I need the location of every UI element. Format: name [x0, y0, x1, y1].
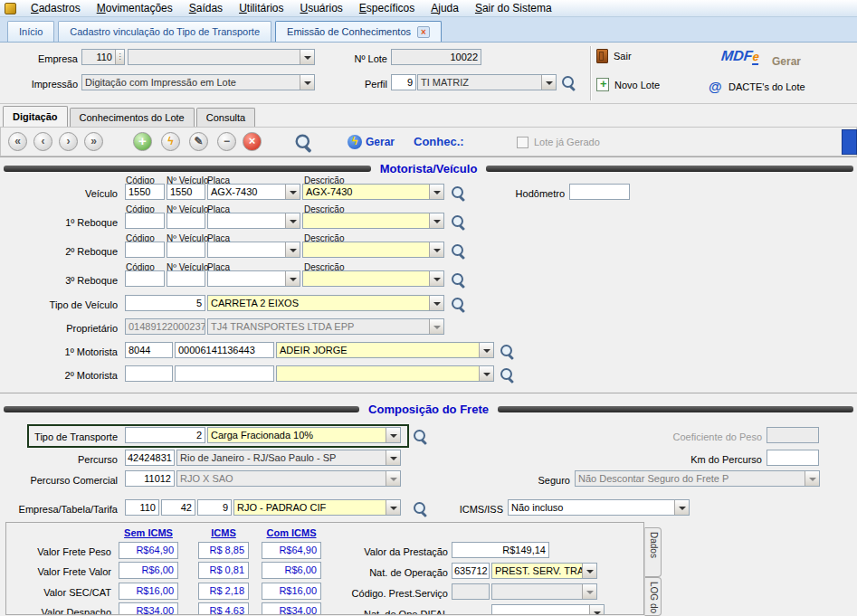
cancel-x-button[interactable] — [243, 132, 262, 151]
gerar-button[interactable]: Gerar — [366, 136, 395, 148]
post-lightning-button[interactable] — [161, 132, 180, 151]
km-percurso-field[interactable] — [767, 450, 819, 466]
reboque3-search-icon[interactable] — [451, 272, 466, 288]
subtab-conhecimentos-do-lote[interactable]: Conhecimentos do Lote — [70, 108, 195, 127]
subtab-digitacao[interactable]: Digitação — [3, 106, 68, 127]
lote-field[interactable]: 10022 — [391, 49, 481, 65]
menu-sair-do-sistema[interactable]: Sair do Sistema — [467, 0, 560, 16]
percurso-comercial-codigo-field[interactable]: 11012 — [125, 470, 175, 487]
tipo-transporte-codigo-field[interactable]: 2 — [125, 427, 205, 443]
tab-emissao-conhecimentos[interactable]: Emissão de Conhecimentos — [275, 21, 442, 42]
tipo-veiculo-combo[interactable]: CARRETA 2 EIXOS — [207, 295, 444, 311]
nat-ope-difal-combo[interactable] — [491, 604, 605, 615]
tipo-transporte-combo[interactable]: Carga Fracionada 10% — [207, 427, 401, 443]
tarifa-empresa-field[interactable]: 110 — [125, 499, 159, 516]
veiculo-codigo-field[interactable]: 1550 — [125, 184, 165, 200]
menu-usuarios[interactable]: Usuários — [291, 0, 350, 16]
dropdown-button[interactable] — [386, 450, 400, 465]
dropdown-button[interactable] — [285, 242, 300, 257]
dropdown-button[interactable] — [300, 50, 314, 64]
menu-especificos[interactable]: Específicos — [351, 0, 423, 16]
gerar-mdfe-button[interactable]: Gerar — [772, 53, 801, 70]
perfil-code-field[interactable]: 9 — [391, 74, 416, 90]
menu-movimentacoes[interactable]: Movimentações — [89, 0, 181, 16]
menu-saidas[interactable]: Saídas — [181, 0, 231, 16]
menu-cadastros[interactable]: Cadastros — [23, 0, 89, 16]
dropdown-button[interactable] — [674, 500, 689, 515]
tab-close-icon[interactable] — [417, 26, 430, 38]
nat-operacao-combo[interactable]: PREST. SERV. TRANS — [491, 563, 597, 579]
reboque2-descricao-combo[interactable] — [302, 242, 444, 258]
veiculo-placa-combo[interactable]: AGX-7430 — [207, 184, 300, 200]
menu-utilitarios[interactable]: Utilitários — [231, 0, 291, 16]
lote-ja-gerado-checkbox[interactable] — [517, 137, 528, 148]
reboque3-codigo-field[interactable] — [125, 270, 165, 287]
menu-ajuda[interactable]: Ajuda — [423, 0, 467, 16]
edit-pencil-button[interactable] — [189, 132, 208, 151]
tarifa-tabela-field[interactable]: 42 — [161, 499, 195, 516]
reboque2-codigo-field[interactable] — [125, 242, 165, 258]
dropdown-button[interactable] — [582, 564, 596, 578]
reboque2-placa-combo[interactable] — [207, 242, 300, 258]
reboque1-codigo-field[interactable] — [125, 213, 165, 229]
perfil-search-icon[interactable] — [561, 75, 576, 90]
nat-operacao-code-field[interactable]: 635712 — [452, 563, 490, 579]
tarifa-combo[interactable]: RJO - PADRAO CIF — [233, 499, 401, 516]
impressao-combo[interactable]: Digitação com Impressão em Lote — [81, 74, 315, 90]
add-button[interactable] — [133, 132, 152, 151]
tipo-veiculo-search-icon[interactable] — [451, 297, 466, 312]
dropdown-button[interactable] — [429, 296, 443, 310]
tipo-transporte-search-icon[interactable] — [413, 429, 428, 444]
icms-iss-combo[interactable]: Não incluso — [508, 499, 690, 516]
veiculo-numero-field[interactable]: 1550 — [167, 184, 205, 200]
dropdown-button[interactable] — [429, 185, 443, 199]
dropdown-button[interactable] — [541, 75, 556, 90]
first-record-button[interactable] — [8, 132, 27, 151]
reboque3-numero-field[interactable] — [167, 270, 205, 287]
side-tab-log[interactable]: LOG do C — [644, 577, 662, 616]
empresa-combo[interactable] — [128, 49, 315, 65]
dropdown-button[interactable] — [429, 213, 443, 228]
dropdown-button[interactable] — [386, 500, 400, 515]
dropdown-button[interactable] — [479, 366, 493, 381]
last-record-button[interactable] — [84, 132, 103, 151]
dropdown-button[interactable] — [589, 605, 604, 615]
percurso-combo[interactable]: Rio de Janeiro - RJ/Sao Paulo - SP — [176, 450, 401, 466]
motorista2-combo[interactable] — [276, 365, 494, 382]
reboque1-placa-combo[interactable] — [207, 213, 300, 229]
motorista1-combo[interactable]: ADEIR JORGE — [276, 342, 494, 358]
tab-inicio[interactable]: Início — [7, 21, 54, 42]
delete-minus-button[interactable] — [217, 132, 236, 151]
veiculo-descricao-combo[interactable]: AGX-7430 — [302, 184, 444, 200]
perfil-combo[interactable]: TI MATRIZ — [417, 74, 557, 90]
reboque1-descricao-combo[interactable] — [302, 213, 444, 229]
hodometro-field[interactable] — [569, 184, 630, 200]
toolbar-blue-panel[interactable] — [842, 129, 857, 155]
motorista1-codigo-field[interactable]: 8044 — [125, 342, 173, 358]
reboque2-numero-field[interactable] — [167, 242, 205, 258]
dropdown-button[interactable] — [429, 242, 443, 257]
percurso-codigo-field[interactable]: 42424831 — [125, 450, 175, 466]
dropdown-button[interactable] — [285, 271, 300, 286]
search-icon[interactable] — [294, 133, 312, 151]
reboque1-search-icon[interactable] — [451, 214, 466, 230]
dacte-button[interactable]: DACTE's do Lote — [709, 80, 805, 94]
empresa-field[interactable]: 110 — [81, 49, 125, 65]
motorista1-search-icon[interactable] — [500, 344, 515, 359]
tipo-veiculo-codigo-field[interactable]: 5 — [125, 295, 205, 311]
dropdown-button[interactable] — [386, 428, 400, 442]
novo-lote-button[interactable]: Novo Lote — [596, 78, 660, 91]
motorista2-search-icon[interactable] — [500, 367, 515, 383]
prev-record-button[interactable] — [33, 132, 52, 151]
tab-cadastro-vinculacao[interactable]: Cadastro vinculação do Tipo de Transport… — [58, 21, 271, 42]
motorista1-documento-field[interactable]: 00006141136443 — [175, 342, 274, 358]
side-tab-dados[interactable]: Dados — [644, 527, 662, 577]
dropdown-button[interactable] — [429, 271, 443, 286]
tarifa-search-icon[interactable] — [413, 501, 428, 516]
dropdown-button[interactable] — [285, 213, 300, 228]
reboque2-search-icon[interactable] — [451, 243, 466, 259]
dropdown-button[interactable] — [300, 75, 314, 90]
dropdown-button[interactable] — [479, 343, 493, 357]
subtab-consulta[interactable]: Consulta — [196, 108, 255, 127]
empresa-spin-button[interactable] — [115, 50, 124, 64]
